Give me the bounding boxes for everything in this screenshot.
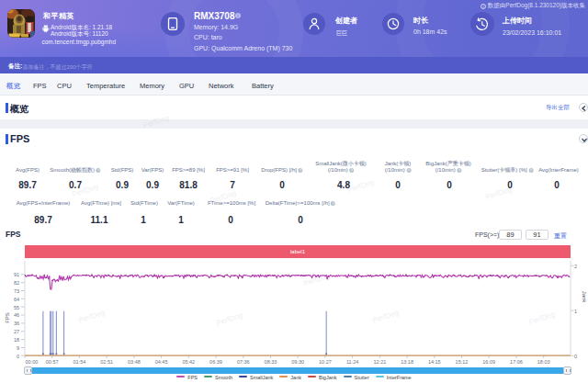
svg-text:11:24: 11:24 [346, 359, 358, 365]
svg-text:10:27: 10:27 [319, 359, 332, 365]
svg-text:05:42: 05:42 [182, 359, 195, 365]
svg-text:15:12: 15:12 [456, 359, 469, 365]
svg-text:36: 36 [14, 321, 19, 326]
svg-text:03:48: 03:48 [128, 359, 141, 365]
svg-text:14:15: 14:15 [428, 359, 441, 365]
svg-text:16:09: 16:09 [482, 359, 495, 365]
svg-text:FPS: FPS [5, 312, 10, 323]
svg-text:46: 46 [14, 312, 19, 318]
svg-text:18:03: 18:03 [537, 359, 550, 365]
svg-text:18: 18 [14, 337, 19, 343]
svg-text:02:51: 02:51 [100, 359, 113, 365]
svg-text:64: 64 [14, 297, 19, 302]
svg-text:Jank: Jank [582, 291, 587, 304]
svg-text:00:57: 00:57 [46, 359, 59, 365]
svg-text:17:06: 17:06 [510, 359, 523, 365]
svg-text:09:30: 09:30 [291, 359, 304, 365]
svg-text:01:54: 01:54 [74, 359, 86, 365]
svg-text:0: 0 [17, 354, 19, 359]
svg-text:27: 27 [14, 329, 19, 334]
svg-text:91: 91 [14, 272, 19, 277]
svg-text:0: 0 [574, 354, 577, 359]
svg-text:00:00: 00:00 [26, 359, 39, 365]
svg-text:9: 9 [17, 345, 19, 351]
svg-text:1: 1 [574, 309, 577, 314]
svg-text:07:36: 07:36 [237, 359, 250, 365]
svg-text:08:33: 08:33 [265, 359, 277, 365]
svg-text:12:21: 12:21 [374, 359, 387, 365]
svg-text:73: 73 [14, 288, 19, 294]
svg-text:55: 55 [14, 305, 19, 310]
svg-text:06:39: 06:39 [209, 359, 222, 365]
svg-text:04:45: 04:45 [155, 359, 168, 365]
svg-text:82: 82 [14, 280, 19, 286]
svg-text:13:18: 13:18 [401, 359, 413, 365]
svg-text:2: 2 [574, 264, 577, 269]
